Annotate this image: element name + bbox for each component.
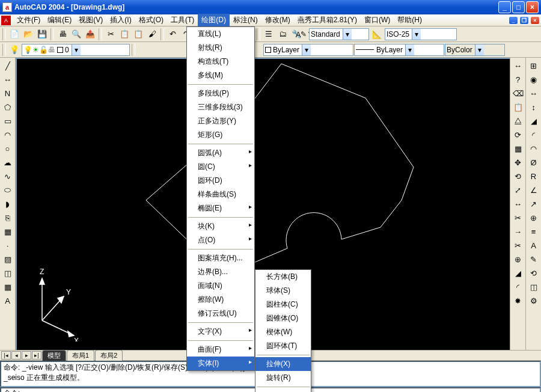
region-button[interactable]: ◫ — [1, 266, 14, 280]
props-button[interactable]: ☰ — [262, 28, 275, 41]
hatch-button[interactable]: ▨ — [1, 253, 14, 266]
scale-button[interactable]: ⤢ — [512, 183, 525, 197]
menu-item[interactable]: 点(O) — [187, 233, 254, 247]
dim5-button[interactable]: ◠ — [527, 142, 540, 155]
copy-button[interactable]: 📋 — [118, 28, 131, 41]
mirror-button[interactable]: ⧋ — [512, 114, 525, 127]
menu-file[interactable]: 文件(F) — [13, 14, 44, 26]
break-button[interactable]: ✂ — [512, 239, 525, 252]
polygon-button[interactable]: ⬠ — [1, 100, 14, 114]
open-button[interactable]: 📂 — [22, 28, 35, 41]
menu-insert[interactable]: 插入(I) — [106, 14, 135, 26]
maximize-button[interactable]: □ — [512, 1, 525, 13]
join-button[interactable]: ⊕ — [512, 253, 525, 266]
menu-item[interactable]: 圆锥体(O) — [255, 311, 311, 325]
chevron-down-icon[interactable]: ▾ — [475, 44, 484, 55]
new-button[interactable]: 📄 — [8, 28, 21, 41]
chevron-down-icon[interactable]: ▾ — [302, 44, 311, 55]
menu-tools[interactable]: 工具(T) — [167, 14, 198, 26]
dim11-button[interactable]: ≡ — [527, 225, 540, 238]
offset-button[interactable]: ⟳ — [512, 128, 525, 141]
tab-layout2[interactable]: 布局2 — [95, 350, 123, 361]
fillet-button[interactable]: ◜ — [512, 280, 525, 293]
undo-button[interactable]: ↶ — [166, 28, 179, 41]
menu-dim[interactable]: 标注(N) — [230, 14, 261, 26]
dim6-button[interactable]: Ø — [527, 156, 540, 169]
menu-item[interactable]: 曲面(F) — [187, 343, 254, 357]
dim12-button[interactable]: A — [527, 239, 540, 252]
menu-item[interactable]: 面域(N) — [187, 279, 254, 293]
menu-item[interactable]: 正多边形(Y) — [187, 114, 254, 128]
ellipse-button[interactable]: ⬭ — [1, 183, 14, 197]
xline-button[interactable]: ↔ — [1, 73, 14, 86]
trim-button[interactable]: ✂ — [512, 211, 525, 224]
3dorbit-button[interactable]: ◉ — [527, 73, 540, 86]
menu-edit[interactable]: 编辑(E) — [44, 14, 75, 26]
move-button[interactable]: ✥ — [512, 156, 525, 169]
menu-item[interactable]: 图案填充(H)... — [187, 251, 254, 265]
chevron-down-icon[interactable]: ▾ — [412, 29, 421, 40]
cut-button[interactable]: ✂ — [104, 28, 117, 41]
earc-button[interactable]: ◗ — [1, 197, 14, 210]
rect-button[interactable]: ▭ — [1, 114, 14, 127]
tab-first[interactable]: |◂ — [1, 351, 11, 360]
close-button[interactable]: × — [526, 1, 539, 13]
revcloud-button[interactable]: ☁ — [1, 156, 14, 169]
dim7-button[interactable]: R — [527, 170, 540, 183]
menu-item[interactable]: 剖切(L) — [255, 389, 311, 392]
dim4-button[interactable]: ◜ — [527, 128, 540, 141]
minimize-button[interactable]: _ — [498, 1, 511, 13]
menu-item[interactable]: 边界(B)... — [187, 265, 254, 279]
insert-button[interactable]: ⎘ — [1, 211, 14, 224]
chevron-down-icon[interactable]: ▾ — [343, 29, 352, 40]
menu-item[interactable]: 圆柱体(C) — [255, 298, 311, 311]
table-button[interactable]: ▦ — [1, 280, 14, 293]
explode-button[interactable]: ✸ — [512, 294, 525, 307]
menu-item[interactable]: 文字(X) — [187, 325, 254, 338]
tab-last[interactable]: ▸| — [32, 351, 41, 360]
menu-item[interactable]: 圆弧(A) — [187, 146, 254, 160]
dim-icon[interactable]: 📐 — [370, 28, 384, 41]
menu-item[interactable]: 椭圆(E) — [187, 201, 254, 215]
erase-button[interactable]: ⌫ — [512, 87, 525, 100]
menu-modify[interactable]: 修改(M) — [261, 14, 294, 26]
menu-item[interactable]: 实体(I) — [187, 357, 254, 370]
menu-item[interactable]: 长方体(B) — [255, 270, 311, 284]
menu-item[interactable]: 直线(L) — [187, 27, 254, 41]
menu-item[interactable]: 修订云线(U) — [187, 307, 254, 320]
preview-button[interactable]: 🔍 — [70, 28, 83, 41]
dim-style-icon[interactable]: A✎ — [295, 28, 308, 41]
color-combo[interactable]: ByLayer ▾ — [263, 44, 353, 56]
dim10-button[interactable]: ⊕ — [527, 211, 540, 224]
dim3-button[interactable]: ◢ — [527, 114, 540, 127]
doc-icon[interactable]: A — [1, 16, 11, 25]
child-minimize[interactable]: _ — [509, 16, 518, 25]
publish-button[interactable]: 📤 — [84, 28, 97, 41]
mtext-button[interactable]: A — [1, 294, 14, 307]
dim2-button[interactable]: ↕ — [527, 100, 540, 114]
paste-button[interactable]: 📋 — [132, 28, 145, 41]
menu-yanxiu[interactable]: 燕秀工具箱2.81(Y) — [294, 14, 361, 26]
child-restore[interactable]: ❐ — [519, 16, 529, 25]
menu-help[interactable]: 帮助(H) — [394, 14, 426, 26]
circle-button[interactable]: ○ — [1, 142, 14, 155]
menu-item[interactable]: 多线(M) — [187, 69, 254, 82]
dim8-button[interactable]: ∠ — [527, 183, 540, 197]
menu-item[interactable]: 多段线(P) — [187, 87, 254, 100]
array-button[interactable]: ▦ — [512, 142, 525, 155]
dim13-button[interactable]: ✎ — [527, 253, 540, 266]
line-button[interactable]: ╱ — [1, 59, 14, 72]
dim9-button[interactable]: ↗ — [527, 197, 540, 210]
menu-item[interactable]: 三维多段线(3) — [187, 100, 254, 114]
menu-format[interactable]: 格式(O) — [135, 14, 167, 26]
menu-item[interactable]: 构造线(T) — [187, 55, 254, 69]
menu-draw[interactable]: 绘图(D) — [198, 14, 230, 26]
menu-view[interactable]: 视图(V) — [75, 14, 106, 26]
dim15-button[interactable]: ◫ — [527, 280, 540, 293]
dim14-button[interactable]: ⟲ — [527, 266, 540, 280]
menu-item[interactable]: 球体(S) — [255, 284, 311, 298]
block-button[interactable]: ▦ — [1, 225, 14, 238]
menu-item[interactable]: 圆环体(T) — [255, 339, 311, 353]
match-button[interactable]: 🖌 — [145, 28, 159, 41]
save-button[interactable]: 💾 — [35, 28, 49, 41]
